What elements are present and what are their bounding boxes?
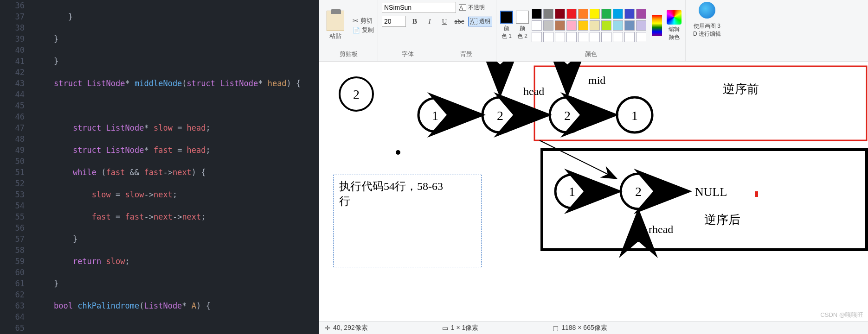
line-number: 43 (0, 78, 25, 89)
line-number: 40 (0, 44, 25, 56)
svg-text:1: 1 (631, 108, 638, 123)
transparent-button[interactable]: A透明 (468, 17, 492, 26)
copy-icon: 📄 (353, 27, 360, 34)
line-number: 61 (0, 278, 25, 289)
line-number: 65 (0, 322, 25, 334)
opaque-button[interactable]: A不透明 (459, 4, 485, 12)
line-number: 47 (0, 122, 25, 133)
palette-color[interactable] (613, 32, 623, 42)
color2-swatch (516, 11, 529, 24)
line-number: 59 (0, 256, 25, 267)
line-number: 57 (0, 233, 25, 245)
transparent-icon: A (470, 18, 477, 25)
line-number: 46 (0, 111, 25, 122)
palette-color[interactable] (624, 9, 635, 19)
palette-color[interactable] (636, 32, 646, 42)
paint3d-group: 使用画图 3 D 进行编辑 (686, 0, 728, 61)
underline-button[interactable]: U (438, 16, 450, 27)
line-number: 58 (0, 245, 25, 256)
group-label: 背景 (460, 50, 472, 58)
line-number: 45 (0, 100, 25, 111)
line-number: 51 (0, 167, 25, 178)
palette-color[interactable] (601, 9, 611, 19)
paste-button[interactable]: 粘贴 (323, 9, 348, 42)
svg-point-18 (396, 150, 400, 155)
palette-color[interactable] (624, 32, 635, 42)
paint3d-button[interactable]: 使用画图 3 D 进行编辑 (689, 2, 725, 60)
palette-color[interactable] (636, 9, 646, 19)
palette-color[interactable] (578, 9, 588, 19)
palette-color[interactable] (566, 9, 577, 19)
edit-colors-button[interactable]: 编辑 颜色 (667, 10, 682, 41)
line-number: 53 (0, 189, 25, 200)
text-annotation[interactable]: 执行代码54行，58-63 行 (333, 175, 482, 267)
palette-color[interactable] (543, 9, 553, 19)
palette-color[interactable] (578, 20, 588, 31)
cursor-position: ✛40, 292像素 (325, 324, 368, 332)
code-area[interactable]: } } } struct ListNode* middleNode(struct… (35, 0, 319, 334)
crosshair-icon: ✛ (325, 324, 330, 332)
line-gutter: 36 37 38 39 40 41 42 43 44 45 46 47 48 4… (0, 0, 35, 334)
palette-color[interactable] (532, 20, 542, 31)
italic-button[interactable]: I (424, 16, 436, 27)
svg-rect-30 (755, 191, 758, 197)
palette-color[interactable] (590, 9, 600, 19)
svg-text:1: 1 (432, 108, 438, 123)
line-number: 42 (0, 67, 25, 78)
color1-button[interactable]: 颜 色 1 (500, 11, 513, 40)
palette-color[interactable] (532, 9, 542, 19)
copy-button[interactable]: 📄复制 (353, 26, 374, 34)
cut-button[interactable]: ✂剪切 (353, 17, 374, 25)
selection-icon: ▭ (442, 324, 448, 332)
palette-color[interactable] (578, 32, 588, 42)
palette-color[interactable] (532, 32, 542, 42)
palette-color[interactable] (601, 32, 611, 42)
font-size-select[interactable] (382, 16, 406, 27)
palette-color[interactable] (543, 32, 553, 42)
palette-color[interactable] (555, 20, 565, 31)
palette-color[interactable] (601, 20, 611, 31)
scissors-icon: ✂ (353, 17, 359, 25)
svg-text:NULL: NULL (695, 185, 727, 199)
line-number: 39 (0, 33, 25, 44)
svg-line-19 (540, 140, 616, 178)
line-number: 55 (0, 211, 25, 222)
palette-color[interactable] (613, 20, 623, 31)
paint3d-icon (699, 2, 715, 19)
line-number: 60 (0, 267, 25, 278)
palette-color[interactable] (613, 9, 623, 19)
line-number: 56 (0, 222, 25, 233)
svg-text:mid: mid (588, 74, 605, 86)
paint-canvas[interactable]: 2 1 2 2 1 head mid 逆序前 1 (319, 62, 868, 321)
palette-color[interactable] (555, 32, 565, 42)
status-bar: ✛40, 292像素 ▭1 × 1像素 ▢1188 × 665像素 (319, 321, 868, 334)
palette-color[interactable] (543, 20, 553, 31)
font-name-select[interactable] (382, 2, 456, 13)
line-number: 48 (0, 133, 25, 145)
line-number: 44 (0, 89, 25, 100)
line-number: 49 (0, 145, 25, 156)
bold-button[interactable]: B (409, 16, 421, 27)
line-number: 37 (0, 11, 25, 22)
palette-color[interactable] (636, 20, 646, 31)
line-number: 54 (0, 200, 25, 211)
palette-color[interactable] (590, 32, 600, 42)
watermark: CSDN @嘎嘎旺 (820, 311, 863, 319)
line-number: 64 (0, 311, 25, 322)
svg-text:2: 2 (635, 184, 642, 199)
svg-text:2: 2 (497, 108, 503, 123)
gradient-swatch[interactable] (652, 15, 662, 36)
color2-button[interactable]: 颜 色 2 (516, 11, 529, 40)
line-number: 38 (0, 22, 25, 33)
palette-color[interactable] (555, 9, 565, 19)
strikethrough-button[interactable]: abc (453, 16, 465, 27)
svg-text:2: 2 (353, 87, 360, 101)
palette-color[interactable] (566, 32, 577, 42)
palette-color[interactable] (590, 20, 600, 31)
group-label: 颜色 (585, 49, 597, 60)
line-number: 50 (0, 156, 25, 167)
group-label: 剪贴板 (340, 49, 358, 60)
palette-color[interactable] (566, 20, 577, 31)
before-box (534, 66, 867, 140)
palette-color[interactable] (624, 20, 635, 31)
